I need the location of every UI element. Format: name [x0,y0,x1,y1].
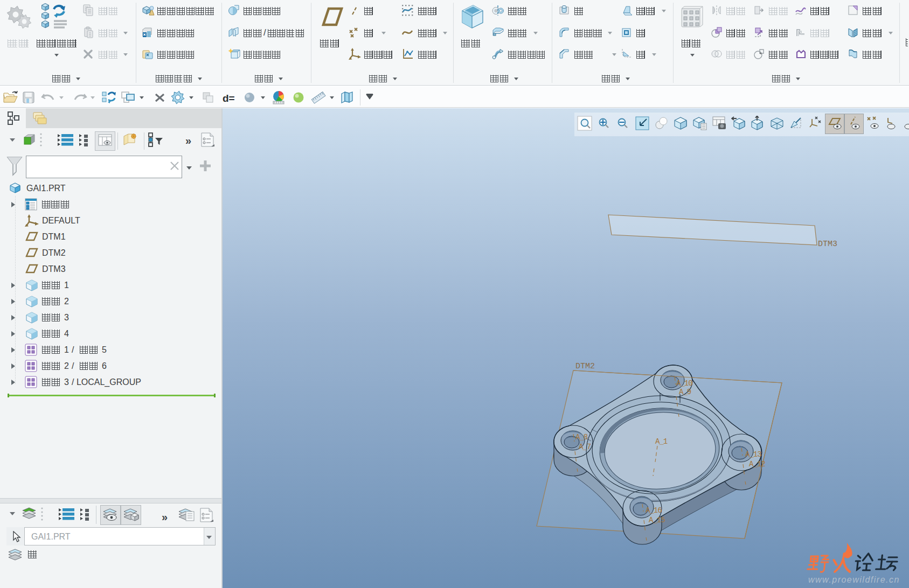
svg-text:A_7: A_7 [579,443,591,451]
svg-text:A_12: A_12 [749,460,765,468]
svg-text:A_15: A_15 [649,516,665,524]
svg-text:A_8: A_8 [575,433,588,442]
svg-text:DTM3: DTM3 [818,240,837,249]
svg-text:A_1: A_1 [655,437,668,446]
svg-text:A_13: A_13 [745,450,761,459]
svg-text:DTM2: DTM2 [575,362,595,371]
svg-text:A_10: A_10 [676,379,692,388]
svg-text:A_9: A_9 [679,388,691,396]
svg-text:A_16: A_16 [646,506,662,515]
